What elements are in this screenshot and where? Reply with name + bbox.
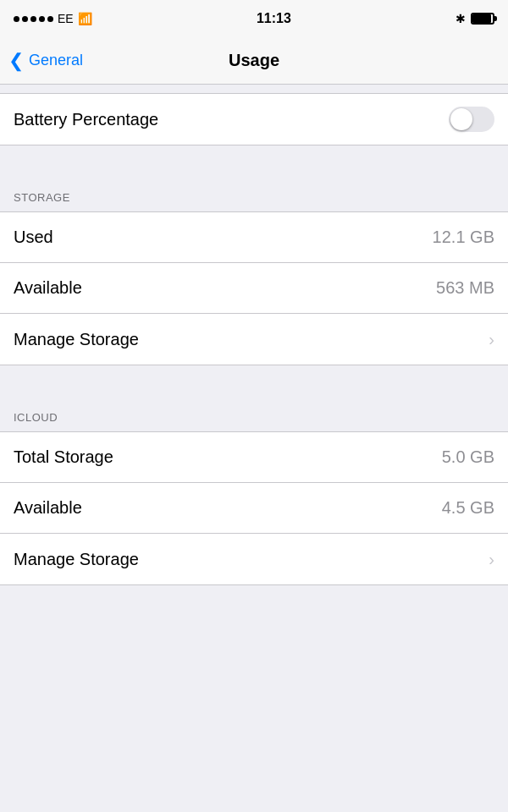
- page-title: Usage: [229, 51, 279, 70]
- signal-dot-4: [39, 16, 45, 22]
- icloud-total-value: 5.0 GB: [442, 447, 494, 467]
- bottom-spacer: [0, 585, 508, 619]
- storage-section-header: STORAGE: [0, 176, 508, 211]
- back-label: General: [29, 52, 83, 69]
- battery-percentage-toggle[interactable]: [449, 107, 494, 132]
- chevron-left-icon: ❮: [8, 52, 24, 70]
- icloud-available-label: Available: [14, 498, 82, 518]
- signal-dot-1: [14, 16, 19, 22]
- icloud-manage-row[interactable]: Manage Storage ›: [0, 534, 508, 584]
- icloud-manage-chevron-icon: ›: [489, 550, 494, 569]
- icloud-manage-label: Manage Storage: [14, 550, 139, 569]
- signal-dot-3: [30, 16, 36, 22]
- battery-percentage-row: Battery Percentage: [0, 94, 508, 145]
- icloud-header-label: ICLOUD: [14, 411, 58, 424]
- toggle-knob: [450, 108, 472, 130]
- bluetooth-icon: ✱: [456, 12, 466, 25]
- status-time: 11:13: [257, 11, 291, 26]
- storage-manage-row[interactable]: Manage Storage ›: [0, 314, 508, 365]
- storage-group: Used 12.1 GB Available 563 MB Manage Sto…: [0, 211, 508, 365]
- spacer-2: [0, 365, 508, 396]
- storage-used-row: Used 12.1 GB: [0, 212, 508, 263]
- carrier-label: EE: [58, 12, 74, 25]
- nav-bar: ❮ General Usage: [0, 37, 508, 85]
- wifi-icon: 📶: [78, 12, 92, 25]
- signal-dot-2: [22, 16, 28, 22]
- status-left: EE 📶: [14, 12, 92, 25]
- icloud-available-value: 4.5 GB: [442, 498, 494, 518]
- storage-used-value: 12.1 GB: [433, 228, 494, 247]
- signal-dots: [14, 16, 53, 22]
- storage-available-value: 563 MB: [436, 278, 494, 298]
- battery-percentage-label: Battery Percentage: [14, 110, 158, 129]
- status-bar: EE 📶 11:13 ✱: [0, 0, 508, 37]
- content: Battery Percentage STORAGE Used 12.1 GB …: [0, 85, 508, 619]
- storage-manage-label: Manage Storage: [14, 330, 139, 349]
- storage-available-label: Available: [14, 278, 82, 298]
- top-spacer: [0, 85, 508, 93]
- spacer-1: [0, 145, 508, 176]
- storage-available-row: Available 563 MB: [0, 263, 508, 314]
- signal-dot-5: [47, 16, 53, 22]
- back-button[interactable]: ❮ General: [8, 52, 83, 70]
- storage-manage-chevron-icon: ›: [489, 330, 494, 349]
- battery-icon: [471, 13, 494, 25]
- icloud-section-header: ICLOUD: [0, 396, 508, 431]
- storage-used-label: Used: [14, 228, 53, 247]
- status-right: ✱: [456, 12, 494, 25]
- battery-fill: [472, 14, 491, 23]
- icloud-total-label: Total Storage: [14, 447, 113, 467]
- battery-group: Battery Percentage: [0, 93, 508, 145]
- icloud-total-row: Total Storage 5.0 GB: [0, 432, 508, 483]
- storage-header-label: STORAGE: [14, 191, 70, 204]
- icloud-available-row: Available 4.5 GB: [0, 483, 508, 534]
- icloud-group: Total Storage 5.0 GB Available 4.5 GB Ma…: [0, 431, 508, 585]
